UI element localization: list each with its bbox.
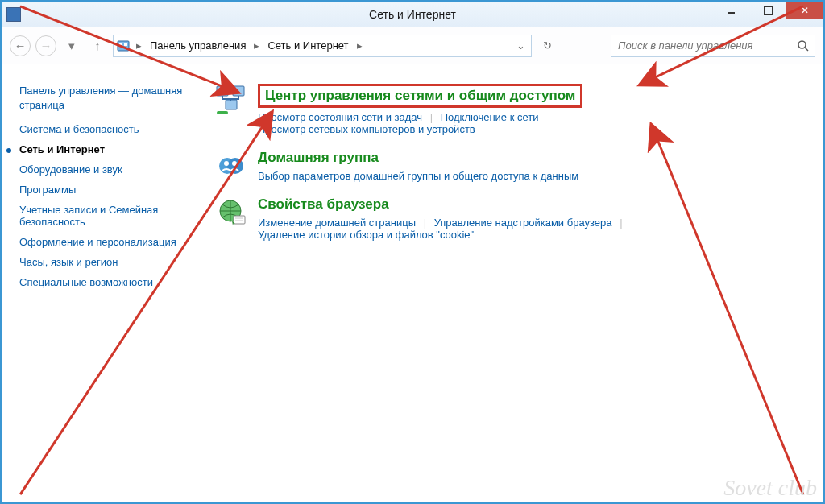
minimize-button[interactable] xyxy=(712,2,749,19)
link-delete-history[interactable]: Удаление истории обзора и файлов "cookie… xyxy=(258,229,474,241)
svg-rect-1 xyxy=(119,43,122,46)
sidebar-item-system[interactable]: Система и безопасность xyxy=(19,123,195,135)
close-button[interactable] xyxy=(786,2,823,19)
window-title: Сеть и Интернет xyxy=(2,8,823,21)
content-area: Панель управления — домашняя страница Си… xyxy=(2,64,823,502)
link-view-devices[interactable]: Просмотр сетевых компьютеров и устройств xyxy=(258,123,475,135)
svg-rect-2 xyxy=(124,43,127,46)
window-frame: Сеть и Интернет ← → ▾ ↑ ▸ Панель управле… xyxy=(0,0,825,504)
forward-button[interactable]: → xyxy=(35,35,56,56)
search-input[interactable] xyxy=(616,39,797,52)
control-panel-icon xyxy=(117,39,130,52)
section-homegroup: Домашняя группа Выбор параметров домашне… xyxy=(214,150,806,182)
breadcrumb-current[interactable]: Сеть и Интернет xyxy=(263,35,353,56)
main-panel: Центр управления сетями и общим доступом… xyxy=(195,84,806,494)
sidebar-item-hardware[interactable]: Оборудование и звук xyxy=(19,163,195,176)
sidebar-item-access[interactable]: Специальные возможности xyxy=(19,276,195,288)
system-menu-icon[interactable] xyxy=(6,7,21,22)
svg-point-12 xyxy=(232,161,237,166)
svg-line-4 xyxy=(805,48,808,51)
section-network-center: Центр управления сетями и общим доступом… xyxy=(214,84,806,135)
sidebar-item-network[interactable]: Сеть и Интернет xyxy=(19,143,195,155)
breadcrumb-root[interactable]: Панель управления xyxy=(145,35,251,56)
internet-options-icon xyxy=(214,196,247,229)
titlebar[interactable]: Сеть и Интернет xyxy=(2,2,823,27)
sidebar-item-users[interactable]: Учетные записи и Семейная безопасность xyxy=(19,204,195,228)
sidebar-item-clock[interactable]: Часы, язык и регион xyxy=(19,256,195,268)
sidebar: Панель управления — домашняя страница Си… xyxy=(19,84,195,494)
link-divider: | xyxy=(615,217,627,229)
address-history-dropdown[interactable]: ⌄ xyxy=(513,39,528,52)
link-homegroup-settings[interactable]: Выбор параметров домашней группы и общег… xyxy=(258,170,578,182)
svg-point-11 xyxy=(224,161,229,166)
link-divider: | xyxy=(419,217,431,229)
breadcrumb-chevron-icon[interactable]: ▸ xyxy=(135,39,143,52)
svg-point-10 xyxy=(227,158,243,174)
section-internet-options: Свойства браузера Изменение домашней стр… xyxy=(214,196,806,240)
refresh-button[interactable]: ↻ xyxy=(537,35,558,56)
svg-rect-14 xyxy=(234,216,245,224)
svg-rect-6 xyxy=(233,86,244,96)
section-title-homegroup[interactable]: Домашняя группа xyxy=(258,150,578,166)
svg-rect-7 xyxy=(226,100,237,109)
section-title-internet-options[interactable]: Свойства браузера xyxy=(258,196,628,213)
link-divider: | xyxy=(425,111,437,123)
breadcrumb-chevron-icon[interactable]: ▸ xyxy=(252,39,261,52)
up-button[interactable]: ↑ xyxy=(87,35,108,56)
homegroup-icon xyxy=(214,150,247,182)
search-box[interactable] xyxy=(611,35,815,57)
sidebar-item-programs[interactable]: Программы xyxy=(19,184,195,196)
sidebar-home-link[interactable]: Панель управления — домашняя страница xyxy=(19,84,195,112)
recent-locations-button[interactable]: ▾ xyxy=(61,35,82,56)
svg-point-3 xyxy=(798,41,806,48)
maximize-button[interactable] xyxy=(749,2,786,19)
navigation-bar: ← → ▾ ↑ ▸ Панель управления ▸ Сеть и Инт… xyxy=(2,27,823,64)
svg-rect-5 xyxy=(217,86,228,96)
search-icon xyxy=(797,39,810,52)
link-connect[interactable]: Подключение к сети xyxy=(441,111,539,123)
breadcrumb-chevron-icon[interactable]: ▸ xyxy=(355,39,364,52)
svg-rect-8 xyxy=(217,111,228,114)
network-center-icon xyxy=(214,84,247,116)
section-title-network-center[interactable]: Центр управления сетями и общим доступом xyxy=(258,84,582,108)
link-change-homepage[interactable]: Изменение домашней страницы xyxy=(258,217,416,229)
window-controls xyxy=(712,2,823,19)
sidebar-item-appearance[interactable]: Оформление и персонализация xyxy=(19,236,195,248)
back-button[interactable]: ← xyxy=(10,35,31,56)
link-view-status[interactable]: Просмотр состояния сети и задач xyxy=(258,111,422,123)
link-manage-addons[interactable]: Управление надстройками браузера xyxy=(434,217,612,229)
address-bar[interactable]: ▸ Панель управления ▸ Сеть и Интернет ▸ … xyxy=(113,35,532,57)
